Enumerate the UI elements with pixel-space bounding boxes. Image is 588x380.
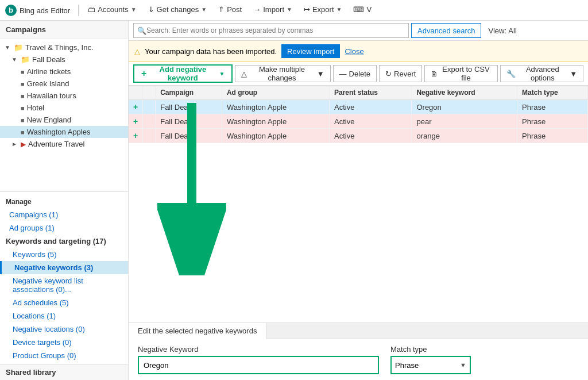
match-type-arrow-icon: ▼ xyxy=(457,362,470,369)
advanced-search-button[interactable]: Advanced search xyxy=(411,23,481,38)
greek-file-icon: ■ xyxy=(21,80,25,87)
tree-item-new-england[interactable]: ■ New England xyxy=(0,114,128,126)
sidebar: Campaigns ▼ 📁 Travel & Things, Inc. ▼ 📁 … xyxy=(0,21,129,380)
row3-matchtype: Phrase xyxy=(522,132,546,140)
locations-label: Locations (1) xyxy=(13,312,56,320)
travel-expand-icon: ▼ xyxy=(5,44,11,51)
keywords-label: Keywords (5) xyxy=(13,250,57,259)
advanced-options-icon: 🔧 xyxy=(506,70,516,78)
import-banner-message: Your campaign data has been imported. xyxy=(145,47,277,56)
campaign-tree: ▼ 📁 Travel & Things, Inc. ▼ 📁 Fall Deals… xyxy=(0,39,128,191)
nav-import[interactable]: → Import ▼ xyxy=(247,0,298,21)
hotel-file-icon: ■ xyxy=(21,105,25,112)
nav-post[interactable]: ⇑ Post xyxy=(212,0,247,21)
col-neg-keyword: Negative keyword xyxy=(412,86,517,100)
export-arrow-icon: ▼ xyxy=(336,6,342,13)
edit-selected-tab[interactable]: Edit the selected negative keywords xyxy=(129,323,266,339)
negative-keywords-label: Negative keywords (3) xyxy=(14,263,93,272)
add-negative-keyword-button[interactable]: + Add negative keyword ▼ xyxy=(133,64,233,83)
neg-keyword-input[interactable] xyxy=(138,356,379,374)
manage-item-adgroups[interactable]: Ad groups (1) xyxy=(0,221,128,235)
row3-keyword: orange xyxy=(416,132,439,140)
search-icon: 🔍 xyxy=(137,26,146,35)
keywords-table-wrapper: Campaign Ad group Parent status Negative… xyxy=(129,86,588,323)
search-box[interactable]: 🔍 xyxy=(133,23,409,38)
make-multiple-changes-button[interactable]: △ Make multiple changes ▼ xyxy=(235,65,330,82)
keywords-table: Campaign Ad group Parent status Negative… xyxy=(129,86,588,143)
table-row[interactable]: + Fall Deals Washington Apple Active ora… xyxy=(129,129,588,143)
add-plus-icon: + xyxy=(141,68,146,79)
row1-campaign-cell: Fall Deals xyxy=(156,100,222,114)
campaigns-section-title: Campaigns xyxy=(0,21,128,39)
fall-deals-label: Fall Deals xyxy=(32,55,65,64)
tree-item-washington[interactable]: ■ Washington Apples xyxy=(0,126,128,138)
match-type-select[interactable]: Exact Phrase Broad xyxy=(392,361,457,370)
row3-matchtype-cell: Phrase xyxy=(517,129,588,143)
manage-item-neg-locations[interactable]: Negative locations (0) xyxy=(0,323,128,336)
manage-item-keywords[interactable]: Keywords (5) xyxy=(0,248,128,261)
manage-item-ad-schedules[interactable]: Ad schedules (5) xyxy=(0,296,128,309)
nav-get-changes[interactable]: ⇓ Get changes ▼ xyxy=(142,0,213,21)
revert-button[interactable]: ↻ Revert xyxy=(379,65,422,82)
new-england-file-icon: ■ xyxy=(21,117,25,124)
delete-button[interactable]: — Delete xyxy=(333,65,377,82)
tree-item-travel[interactable]: ▼ 📁 Travel & Things, Inc. xyxy=(0,41,128,53)
bing-logo-icon: b xyxy=(5,4,17,17)
upload-icon: ⇑ xyxy=(218,5,225,14)
tree-item-greek[interactable]: ■ Greek Island xyxy=(0,78,128,90)
close-banner-label: Close xyxy=(345,47,363,56)
close-banner-button[interactable]: Close xyxy=(345,47,363,56)
download-icon: ⇓ xyxy=(148,5,154,14)
manage-item-locations[interactable]: Locations (1) xyxy=(0,309,128,323)
fall-deals-folder-icon: 📁 xyxy=(21,55,30,64)
import-warn-icon: △ xyxy=(134,47,140,56)
nav-accounts[interactable]: 🗃 Accounts ▼ xyxy=(82,0,142,21)
import-banner: △ Your campaign data has been imported. … xyxy=(129,41,588,62)
advanced-search-label: Advanced search xyxy=(417,26,475,35)
export-csv-label: Export to CSV file xyxy=(440,65,491,82)
manage-item-product-groups[interactable]: Product Groups (0) xyxy=(0,349,128,362)
campaigns-item-label: Campaigns (1) xyxy=(9,210,58,219)
review-import-button[interactable]: Review import xyxy=(281,44,340,58)
table-row[interactable]: + Fall Deals Washington Apple Active pea… xyxy=(129,114,588,129)
view-label: View: All xyxy=(488,26,516,35)
add-row2-icon: + xyxy=(133,117,138,126)
tree-item-hotel[interactable]: ■ Hotel xyxy=(0,102,128,114)
col-match-type: Match type xyxy=(517,86,588,100)
nav-export[interactable]: ↦ Export ▼ xyxy=(298,0,347,21)
neg-keyword-field-group: Negative Keyword xyxy=(138,345,379,374)
adgroups-item-label: Ad groups (1) xyxy=(9,224,55,232)
row3-keyword-cell: orange xyxy=(412,129,517,143)
row1-add-cell: + xyxy=(129,100,143,114)
manage-item-campaigns[interactable]: Campaigns (1) xyxy=(0,208,128,221)
app-name-text: Bing ads Editor xyxy=(20,6,70,15)
export-csv-button[interactable]: 🗎 Export to CSV file xyxy=(424,65,497,82)
get-changes-label: Get changes xyxy=(157,5,199,14)
advanced-options-button[interactable]: 🔧 Advanced options ▼ xyxy=(500,65,583,82)
content-area: 🔍 Advanced search View: All △ Your campa… xyxy=(129,21,588,380)
shared-library-section: Shared library xyxy=(0,364,128,380)
tree-item-adventure[interactable]: ► ▶ Adventure Travel xyxy=(0,138,128,150)
nav-chart[interactable]: ⌨ V xyxy=(347,0,377,21)
import-arrow-icon: ▼ xyxy=(287,6,292,13)
post-label: Post xyxy=(227,5,242,14)
fall-deals-expand-icon: ▼ xyxy=(11,56,18,63)
manage-item-device-targets[interactable]: Device targets (0) xyxy=(0,336,128,349)
row2-matchtype-cell: Phrase xyxy=(517,114,588,129)
manage-item-negative-keywords[interactable]: Negative keywords (3) xyxy=(0,261,128,274)
hawaiian-label: Hawaiian tours xyxy=(27,91,76,100)
row1-status: Active xyxy=(334,103,354,112)
col-parent-status: Parent status xyxy=(329,86,411,100)
table-row[interactable]: + Fall Deals Washington Apple Active Ore… xyxy=(129,100,588,114)
tree-item-hawaiian[interactable]: ■ Hawaiian tours xyxy=(0,90,128,102)
col-ad-group: Ad group xyxy=(222,86,329,100)
manage-item-neg-keyword-list[interactable]: Negative keyword list associations (0)..… xyxy=(0,274,128,296)
row3-adgroup: Washington Apple xyxy=(227,132,287,140)
edit-selected-tab-label: Edit the selected negative keywords xyxy=(138,327,257,335)
match-type-select-wrapper[interactable]: Exact Phrase Broad ▼ xyxy=(390,356,471,374)
search-input[interactable] xyxy=(146,26,405,34)
tree-item-airline[interactable]: ■ Airline tickets xyxy=(0,66,128,78)
col-add-icon xyxy=(129,86,143,100)
delete-line-icon: — xyxy=(339,70,347,78)
tree-item-fall-deals[interactable]: ▼ 📁 Fall Deals xyxy=(0,53,128,66)
